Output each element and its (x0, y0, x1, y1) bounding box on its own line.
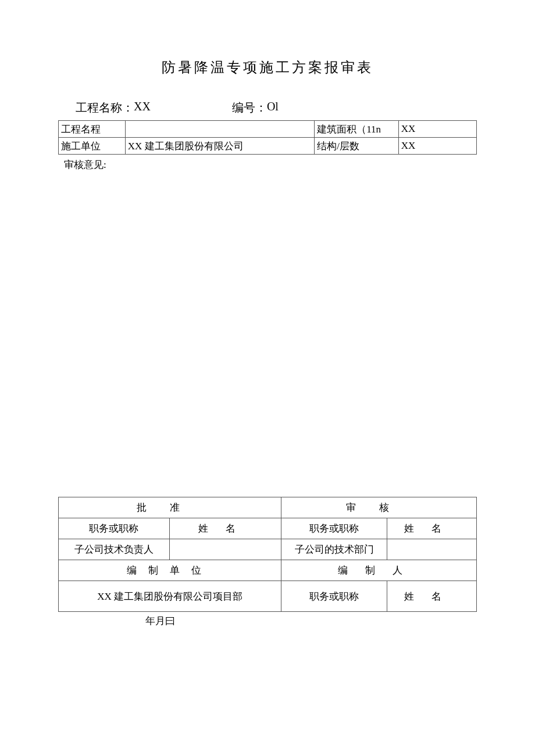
table-row: 批准 审核 (59, 497, 477, 518)
proj-name-value: XX (134, 100, 151, 116)
review-header: 审核 (281, 497, 477, 518)
name-label: 姓名 (387, 518, 476, 539)
table-row: XX 建工集团股份有限公司项目部 职务或职称 姓名 (59, 581, 477, 612)
compile-person-label: 编制人 (281, 560, 477, 581)
table-row: 施工单位 XX 建工集团股份有限公司 结构/层数 XX (59, 138, 477, 155)
approval-table: 批准 审核 职务或职称 姓名 职务或职称 姓名 子公司技术负责人 子公司的技术部… (58, 497, 477, 612)
number-label: 编号： (232, 100, 267, 116)
tech-dept-name (387, 539, 476, 560)
number-value: Ol (267, 100, 279, 116)
review-opinion-label: 审核意见: (58, 155, 477, 171)
date-line: 年月曰 (58, 614, 477, 628)
proj-name-cell-label: 工程名程 (59, 121, 126, 138)
post-label: 职务或职称 (59, 518, 170, 539)
name-label: 姓名 (387, 581, 476, 612)
proj-name-label: 工程名称： (76, 100, 134, 116)
info-table: 工程名程 建筑面积（11n XX 施工单位 XX 建工集团股份有限公司 结构/层… (58, 120, 477, 155)
table-row: 职务或职称 姓名 职务或职称 姓名 (59, 518, 477, 539)
contractor-label: 施工单位 (59, 138, 126, 155)
tech-leader-label: 子公司技术负责人 (59, 539, 170, 560)
table-row: 工程名程 建筑面积（11n XX (59, 121, 477, 138)
area-label: 建筑面积（11n (315, 121, 399, 138)
table-row: 子公司技术负责人 子公司的技术部门 (59, 539, 477, 560)
approve-header: 批准 (59, 497, 281, 518)
proj-name-cell-value (125, 121, 314, 138)
structure-label: 结构/层数 (315, 138, 399, 155)
review-opinion-area (58, 171, 477, 497)
contractor-value: XX 建工集团股份有限公司 (125, 138, 314, 155)
post-label: 职务或职称 (281, 518, 387, 539)
compile-unit-value: XX 建工集团股份有限公司项目部 (59, 581, 281, 612)
header-line: 工程名称： XX 编号： Ol (58, 100, 477, 116)
compile-unit-label: 编制单位 (59, 560, 281, 581)
table-row: 编制单位 编制人 (59, 560, 477, 581)
tech-dept-label: 子公司的技术部门 (281, 539, 387, 560)
structure-value: XX (398, 138, 476, 155)
name-label: 姓名 (169, 518, 281, 539)
page-title: 防暑降温专项施工方案报审表 (58, 58, 477, 77)
tech-leader-name (169, 539, 281, 560)
post-label: 职务或职称 (281, 581, 387, 612)
area-value: XX (398, 121, 476, 138)
